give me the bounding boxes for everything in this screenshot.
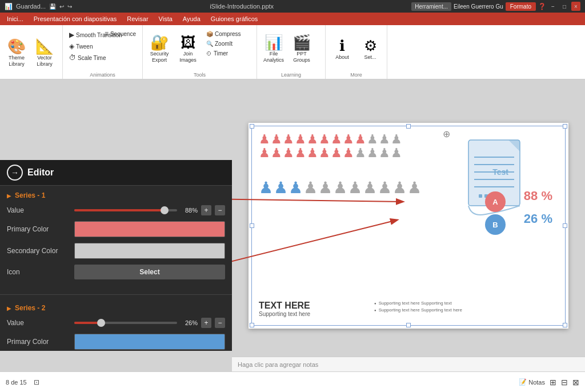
handle-tr[interactable]: [563, 124, 567, 129]
series1-secondary-color-row: Secondary Color: [7, 243, 225, 259]
zoomit-btn[interactable]: 🔍 ZoomIt: [203, 39, 244, 48]
series1-slider-thumb[interactable]: [161, 206, 169, 214]
supporting-text-1: Supporting text here Supporting text: [379, 301, 452, 306]
series1-primary-color-swatch[interactable]: [74, 221, 225, 237]
series2-value-minus[interactable]: −: [215, 318, 225, 328]
person-icon: ♟: [307, 147, 318, 159]
person-icon-gray: ♟: [379, 133, 390, 146]
handle-br[interactable]: [563, 323, 567, 327]
ribbon-tools-group: 🔐 Security Export 🖼 Join Images 📦 Compre…: [143, 25, 257, 79]
handle-bl[interactable]: [250, 323, 254, 327]
close-btn[interactable]: ×: [571, 2, 580, 11]
vector-label: VectorLibrary: [37, 55, 53, 67]
file-analytics-btn[interactable]: 📊 File Analytics: [261, 27, 287, 71]
notes-placeholder: Haga clic para agregar notas: [238, 361, 318, 368]
notes-label: Notas: [528, 379, 545, 386]
series1-icon-row: Icon Select: [7, 265, 225, 279]
series1-secondary-color-swatch[interactable]: [74, 243, 225, 259]
ppt-groups-icon: 🎬: [292, 35, 311, 50]
series2-slider-track[interactable]: [74, 322, 177, 324]
app-icon: 📊: [5, 3, 13, 10]
person-icon: ♟: [331, 133, 342, 146]
ribbon-more-group: ℹ About ⚙ Set... More: [326, 25, 387, 79]
person-gray-icon: ♟: [363, 180, 377, 196]
menu-bar: Inici... Presentación con diapositivas R…: [0, 13, 585, 25]
menu-vista[interactable]: Vista: [154, 14, 177, 23]
vector-icon: 📐: [35, 39, 54, 54]
series1-slider-track[interactable]: [74, 209, 177, 211]
series2-primary-color-label: Primary Color: [7, 338, 70, 346]
series2-value-plus[interactable]: +: [201, 318, 211, 328]
series2-primary-color-row: Primary Color: [7, 334, 225, 350]
series2-slider-container: 26% + −: [74, 318, 225, 328]
maximize-btn[interactable]: □: [560, 2, 569, 11]
person-icon-gray: ♟: [391, 133, 402, 146]
tb-save-icon[interactable]: 💾: [49, 3, 56, 10]
scale-time-btn[interactable]: ⏱ Scale Time: [66, 53, 139, 63]
person-icon-gray: ♟: [355, 147, 366, 159]
series1-select-btn[interactable]: Select: [74, 265, 225, 279]
series2-slider-thumb[interactable]: [97, 319, 105, 327]
person-gray-icon: ♟: [348, 180, 362, 196]
timer-icon: ⏲: [206, 50, 212, 57]
minimize-btn[interactable]: −: [548, 2, 558, 11]
person-icon: ♟: [343, 133, 354, 146]
editor-header: → Editor: [0, 160, 232, 186]
series2-primary-color-swatch[interactable]: [74, 334, 225, 350]
tb-redo-icon[interactable]: ↪: [67, 3, 72, 10]
ppt-groups-btn[interactable]: 🎬 PPT Groups: [289, 27, 315, 71]
join-images-btn[interactable]: 🖼 Join Images: [175, 27, 201, 71]
person-icon: ♟: [343, 147, 354, 159]
title-bar-right: Herramient... Eileen Guerrero Gu Formato…: [411, 2, 580, 11]
view-grid-btn[interactable]: ⊠: [572, 378, 579, 387]
handle-ml[interactable]: [250, 223, 254, 228]
timer-btn[interactable]: ⏲ Timer: [203, 49, 244, 58]
more-group-label: More: [326, 72, 387, 78]
title-bar-app: Guardad...: [16, 3, 46, 10]
menu-revisar[interactable]: Revisar: [122, 14, 153, 23]
person-gray-icon: ♟: [333, 180, 347, 196]
menu-guiones[interactable]: Guiones gráficos: [206, 14, 263, 23]
series2-header: ▶ Series - 2: [7, 304, 225, 312]
settings-btn[interactable]: ⚙ Set...: [357, 27, 383, 71]
series1-value-display: 88%: [181, 207, 198, 214]
settings-icon: ⚙: [364, 38, 377, 53]
format-btn[interactable]: Formato: [506, 2, 536, 11]
handle-tl[interactable]: [250, 124, 254, 129]
person-icon: ♟: [259, 133, 270, 146]
security-btn[interactable]: 🔐 Security Export: [146, 27, 173, 71]
tween-btn[interactable]: ◈ Tween: [66, 41, 139, 51]
handle-tc[interactable]: [406, 124, 411, 129]
editor-arrow-icon: →: [7, 165, 23, 181]
sequence-icon: ≡: [105, 30, 109, 38]
compress-btn[interactable]: 📦 Compress: [203, 30, 244, 38]
tb-undo-icon[interactable]: ↩: [59, 3, 64, 10]
sequence-btn[interactable]: ≡ Sequence: [102, 29, 139, 39]
theme-library-btn[interactable]: 🎨 ThemeLibrary: [3, 27, 30, 79]
handle-bc[interactable]: [406, 323, 411, 327]
notes-btn[interactable]: 📝 Notas: [519, 378, 545, 386]
menu-inicio[interactable]: Inici...: [2, 14, 28, 23]
user-label: Eileen Guerrero Gu: [454, 3, 503, 10]
vector-library-btn[interactable]: 📐 VectorLibrary: [31, 27, 58, 79]
series1-value-plus[interactable]: +: [201, 205, 211, 215]
series1-value-row: Value 88% + −: [7, 205, 225, 215]
animations-group-label: Animations: [63, 72, 142, 78]
series2-section: ▶ Series - 2 Value 26% + − Primary C: [0, 298, 232, 351]
person-icon: ♟: [319, 133, 330, 146]
person-icon-gray: ♟: [391, 147, 402, 159]
menu-presentacion[interactable]: Presentación con diapositivas: [29, 14, 122, 23]
view-normal-btn[interactable]: ⊞: [550, 378, 556, 387]
herramientas-btn[interactable]: Herramient...: [411, 2, 451, 11]
menu-ayuda[interactable]: Ayuda: [178, 14, 205, 23]
series1-value-minus[interactable]: −: [215, 205, 225, 215]
handle-mr[interactable]: [563, 223, 567, 228]
question-btn[interactable]: ❓: [538, 3, 546, 10]
series1-value-label: Value: [7, 206, 70, 214]
view-slide-btn[interactable]: ⊟: [561, 378, 568, 387]
series2-value-row: Value 26% + −: [7, 318, 225, 328]
about-btn[interactable]: ℹ About: [329, 27, 355, 71]
ribbon-animations-group: ▶ Smooth Transition ◈ Tween ⏱ Scale Time…: [63, 25, 143, 79]
stat-b-letter: B: [492, 221, 498, 229]
fit-icon[interactable]: ⊡: [34, 378, 39, 386]
